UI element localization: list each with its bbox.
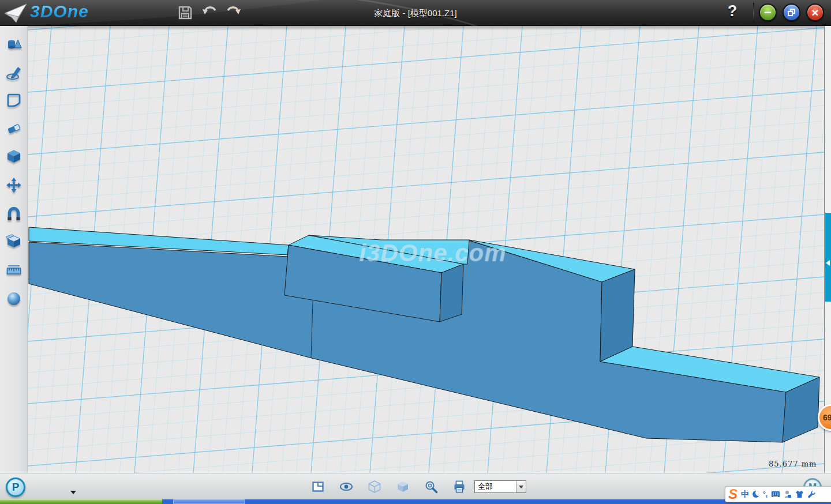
zoom-search-icon[interactable]: [424, 480, 438, 494]
os-taskbar-edge[interactable]: [0, 499, 831, 504]
visibility-eye-icon[interactable]: [339, 480, 353, 494]
badge-number: 69: [823, 413, 831, 422]
print-icon[interactable]: [452, 480, 466, 494]
undo-button[interactable]: [201, 4, 218, 21]
save-icon: [177, 5, 193, 21]
scale-unit: mm: [802, 460, 817, 468]
punctuation-icon[interactable]: °,: [763, 490, 768, 498]
taskbar-task-button-edge[interactable]: [173, 499, 245, 504]
dropdown-button[interactable]: [516, 481, 526, 492]
plan-view-badge[interactable]: P: [6, 477, 25, 497]
title-bar: 3DOne 家庭版 - [模型001.Z1] ? − ×: [0, 0, 831, 26]
chevron-down-icon: [519, 486, 523, 488]
chevron-left-icon: [826, 260, 830, 266]
ime-toolbar: S 中 °,: [725, 486, 831, 502]
ime-language-toggle[interactable]: 中: [741, 490, 749, 498]
toolbox-wrench-icon[interactable]: [807, 490, 815, 498]
special-box-icon[interactable]: [6, 234, 22, 250]
undo-icon: [201, 5, 218, 21]
help-button[interactable]: ?: [723, 2, 742, 23]
model-mid-block-right-face[interactable]: [440, 264, 463, 322]
titlebar-separator: [753, 3, 754, 22]
viewport-graphics: [28, 26, 824, 473]
display-filter-dropdown[interactable]: 全部: [474, 480, 526, 493]
minimize-button[interactable]: −: [759, 3, 777, 21]
close-icon: ×: [811, 7, 818, 18]
redo-button[interactable]: [225, 4, 242, 21]
scale-value: 85.677: [769, 460, 799, 468]
close-button[interactable]: ×: [806, 3, 824, 21]
redo-icon: [226, 5, 242, 21]
scale-indicator: 85.677 mm: [769, 460, 817, 468]
minimize-icon: −: [764, 7, 772, 18]
sketch-pencil-icon[interactable]: [6, 65, 22, 81]
restore-icon: [788, 9, 795, 16]
model-3d[interactable]: [29, 227, 819, 442]
save-button[interactable]: [177, 4, 194, 21]
plan-badge-dropdown-arrow[interactable]: [70, 491, 76, 494]
shaded-cube-icon[interactable]: [396, 480, 410, 494]
skin-shirt-icon[interactable]: [795, 490, 804, 498]
taskbar-start-edge[interactable]: [0, 499, 162, 504]
feature-cube-icon[interactable]: [6, 148, 22, 164]
restore-button[interactable]: [783, 3, 800, 21]
eraser-edit-icon[interactable]: [6, 121, 22, 137]
app-logo-plane-icon: [3, 2, 29, 25]
moon-icon[interactable]: [753, 491, 759, 498]
wireframe-cube-icon[interactable]: [368, 480, 381, 494]
magnet-assembly-icon[interactable]: [6, 206, 22, 222]
filter-selected-value: 全部: [475, 482, 516, 492]
plane-view-icon[interactable]: [311, 480, 325, 494]
left-toolbar: [0, 26, 28, 473]
primitives-icon[interactable]: [6, 37, 22, 53]
viewport-canvas[interactable]: i3DOne.com 85.677 mm: [28, 26, 824, 473]
app-logo-text: 3DOne: [30, 2, 89, 21]
material-sphere-icon[interactable]: [6, 291, 22, 307]
window-title: 家庭版 - [模型001.Z1]: [242, 0, 589, 26]
sketch-plane-icon[interactable]: [6, 92, 22, 108]
user-icon[interactable]: [784, 490, 792, 498]
measure-ruler-icon[interactable]: [6, 262, 22, 278]
keyboard-icon[interactable]: [771, 491, 780, 498]
status-bar: 全部: [0, 473, 831, 499]
panel-expand-tab[interactable]: [825, 213, 831, 302]
move-icon[interactable]: [6, 177, 22, 193]
ime-logo-icon[interactable]: S: [728, 487, 738, 501]
